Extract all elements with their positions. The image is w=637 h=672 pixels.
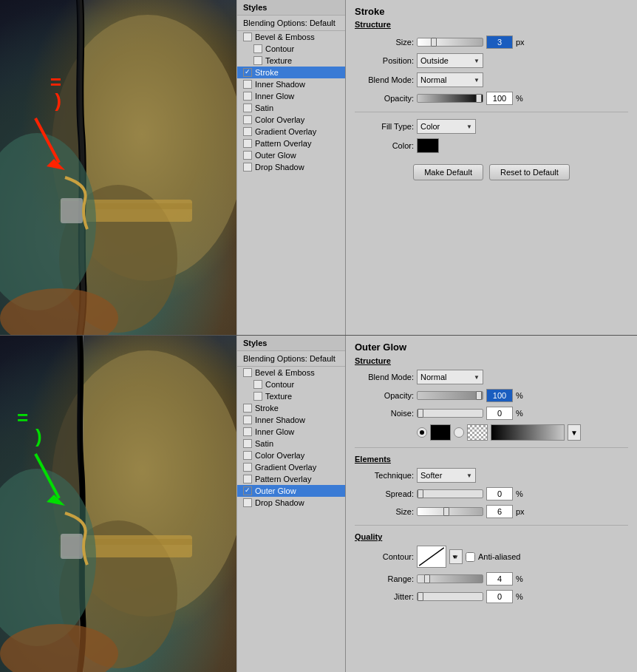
effect-color-overlay-top[interactable]: Color Overlay	[237, 114, 345, 126]
checkbox-bevel-top[interactable]	[243, 33, 252, 41]
effect-satin-bottom[interactable]: Satin	[237, 438, 345, 449]
outer-glow-spread-row: Spread: %	[346, 485, 637, 503]
checkbox-inner-glow-bottom[interactable]	[243, 427, 252, 436]
effect-bevel-emboss-top[interactable]: Bevel & Emboss	[237, 31, 345, 43]
divider-1	[355, 112, 628, 112]
stroke-opacity-slider[interactable]	[417, 94, 483, 103]
checkbox-satin-bottom[interactable]	[243, 439, 252, 448]
effect-contour-top[interactable]: Contour	[237, 43, 345, 55]
gradient-radio[interactable]	[454, 427, 464, 438]
stroke-size-slider[interactable]	[417, 38, 483, 47]
checkbox-pattern-overlay-top[interactable]	[243, 139, 252, 148]
stroke-color-label: Color:	[355, 141, 414, 150]
outer-glow-range-slider[interactable]	[417, 574, 483, 583]
outer-glow-gradient-preview[interactable]	[491, 424, 565, 441]
effect-satin-top[interactable]: Satin	[237, 102, 345, 114]
checkbox-outer-glow-bottom[interactable]	[243, 486, 252, 495]
checkbox-contour-top[interactable]	[253, 44, 262, 53]
checkbox-stroke-top[interactable]	[243, 68, 252, 77]
checkbox-gradient-overlay-top[interactable]	[243, 127, 252, 136]
stroke-blend-mode-row: Blend Mode: Normal	[346, 70, 637, 89]
effect-outer-glow-bottom[interactable]: Outer Glow	[237, 485, 345, 497]
effect-color-overlay-bottom[interactable]: Color Overlay	[237, 449, 345, 461]
stroke-properties-panel: Stroke Structure Size: px Position: Outs…	[346, 0, 637, 335]
stroke-position-row: Position: Outside	[346, 51, 637, 70]
checkbox-texture-bottom[interactable]	[253, 392, 262, 401]
stroke-color-swatch[interactable]	[417, 138, 439, 153]
checkbox-drop-shadow-top[interactable]	[243, 163, 252, 172]
stroke-color-row: Color:	[346, 136, 637, 155]
effect-gradient-overlay-top[interactable]: Gradient Overlay	[237, 126, 345, 138]
canvas-top-bg: = (	[0, 0, 236, 335]
stroke-size-input[interactable]	[486, 35, 513, 49]
checkbox-satin-top[interactable]	[243, 103, 252, 112]
effect-bevel-emboss-bottom[interactable]: Bevel & Emboss	[237, 367, 345, 379]
checkbox-color-overlay-top[interactable]	[243, 115, 252, 124]
outer-glow-blend-mode-select[interactable]: Normal	[417, 370, 483, 384]
checkbox-outer-glow-top[interactable]	[243, 151, 252, 160]
blending-options-top[interactable]: Blending Options: Default	[237, 16, 345, 31]
outer-glow-spread-input[interactable]	[486, 487, 513, 500]
anti-alias-checkbox[interactable]	[466, 552, 475, 562]
outer-glow-noise-input[interactable]	[486, 407, 513, 420]
effect-inner-shadow-top[interactable]: Inner Shadow	[237, 78, 345, 90]
reset-to-default-button[interactable]: Reset to Default	[489, 164, 570, 180]
quality-label: Quality	[346, 530, 637, 543]
effect-inner-shadow-bottom[interactable]: Inner Shadow	[237, 414, 345, 426]
effect-texture-top[interactable]: Texture	[237, 55, 345, 67]
checkbox-inner-glow-top[interactable]	[243, 92, 252, 101]
checkbox-contour-bottom[interactable]	[253, 380, 262, 389]
effect-stroke-top[interactable]: Stroke	[237, 67, 345, 78]
outer-glow-size-slider[interactable]	[417, 507, 483, 516]
blending-options-bottom[interactable]: Blending Options: Default	[237, 351, 345, 367]
effect-drop-shadow-top[interactable]: Drop Shadow	[237, 161, 345, 173]
outer-glow-black-swatch[interactable]	[430, 424, 451, 441]
effect-inner-glow-top[interactable]: Inner Glow	[237, 90, 345, 102]
checkbox-texture-top[interactable]	[253, 56, 262, 65]
outer-glow-jitter-slider[interactable]	[417, 592, 483, 601]
checkbox-inner-shadow-top[interactable]	[243, 80, 252, 89]
stroke-blend-mode-select[interactable]: Normal	[417, 72, 483, 87]
stroke-position-select[interactable]: Outside	[417, 53, 483, 68]
contour-preview[interactable]	[417, 546, 446, 568]
canvas-bottom: = )	[0, 336, 236, 672]
checkbox-inner-shadow-bottom[interactable]	[243, 415, 252, 424]
contour-dropdown[interactable]: ▼	[449, 549, 463, 564]
effect-pattern-overlay-top[interactable]: Pattern Overlay	[237, 138, 345, 149]
checkbox-pattern-overlay-bottom[interactable]	[243, 475, 252, 483]
checkbox-bevel-bottom[interactable]	[243, 368, 252, 377]
stroke-opacity-row: Opacity: %	[346, 89, 637, 107]
effect-texture-bottom[interactable]: Texture	[237, 390, 345, 402]
checkbox-drop-shadow-bottom[interactable]	[243, 498, 252, 507]
checkbox-color-overlay-bottom[interactable]	[243, 451, 252, 460]
stroke-opacity-input[interactable]	[486, 92, 513, 105]
outer-glow-gradient-bar: ▼	[417, 424, 581, 441]
outer-glow-transp-swatch[interactable]	[467, 424, 488, 441]
outer-glow-jitter-input[interactable]	[486, 590, 513, 603]
checkbox-gradient-overlay-bottom[interactable]	[243, 463, 252, 472]
effect-gradient-overlay-bottom[interactable]: Gradient Overlay	[237, 461, 345, 473]
outer-glow-technique-select[interactable]: Softer	[417, 468, 476, 483]
outer-glow-opacity-slider[interactable]	[417, 391, 483, 400]
effect-pattern-overlay-bottom[interactable]: Pattern Overlay	[237, 473, 345, 485]
outer-glow-spread-label: Spread:	[355, 489, 414, 498]
top-half: = ( Styles Blending Options: Default	[0, 0, 637, 336]
effect-inner-glow-bottom[interactable]: Inner Glow	[237, 426, 345, 438]
color-radio[interactable]	[417, 427, 427, 438]
stroke-title: Stroke	[346, 0, 637, 18]
effect-stroke-bottom[interactable]: Stroke	[237, 402, 345, 414]
bottom-half: = ) Styles Blending Options: Default	[0, 336, 637, 672]
outer-glow-spread-slider[interactable]	[417, 489, 483, 498]
outer-glow-range-input[interactable]	[486, 572, 513, 586]
make-default-button[interactable]: Make Default	[413, 164, 483, 180]
outer-glow-size-input[interactable]	[486, 505, 513, 518]
effect-drop-shadow-bottom[interactable]: Drop Shadow	[237, 497, 345, 509]
outer-glow-noise-row: Noise: %	[346, 404, 637, 422]
stroke-fill-type-select[interactable]: Color	[417, 119, 476, 134]
effect-outer-glow-top[interactable]: Outer Glow	[237, 149, 345, 161]
outer-glow-noise-slider[interactable]	[417, 409, 483, 418]
gradient-options-button[interactable]: ▼	[568, 424, 581, 441]
outer-glow-opacity-input[interactable]	[486, 389, 513, 402]
checkbox-stroke-bottom[interactable]	[243, 404, 252, 413]
effect-contour-bottom[interactable]: Contour	[237, 379, 345, 390]
